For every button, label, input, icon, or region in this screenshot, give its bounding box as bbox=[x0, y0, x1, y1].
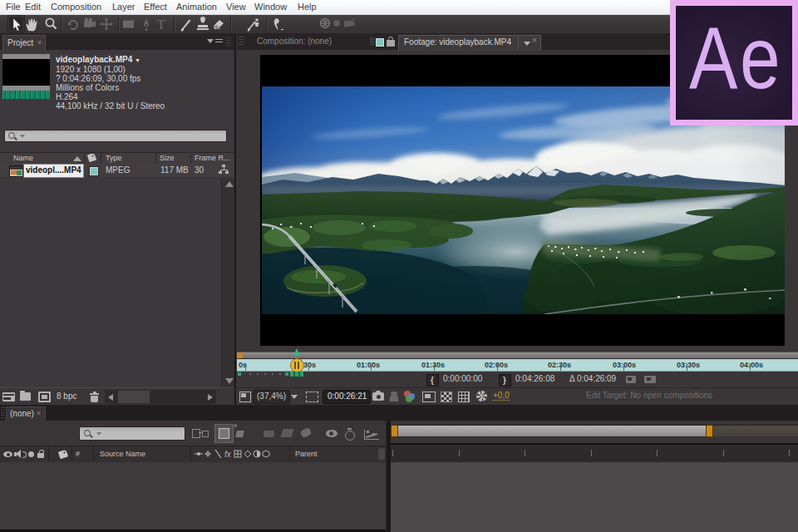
svg-text:fx: fx bbox=[224, 450, 232, 459]
svg-text:T: T bbox=[157, 17, 165, 32]
